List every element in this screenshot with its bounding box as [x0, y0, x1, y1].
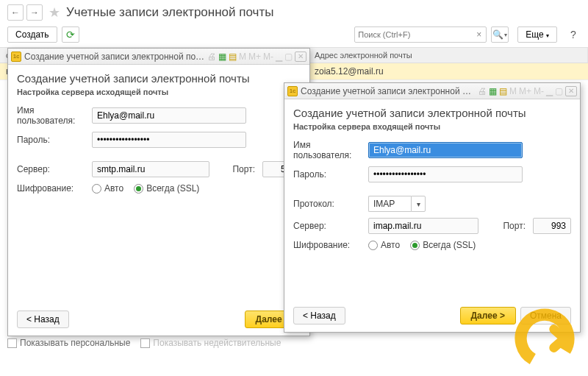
grid-icon[interactable]: ▤: [499, 86, 507, 96]
encryption-auto-radio[interactable]: Авто: [368, 240, 400, 250]
username-label: Имя пользователя:: [17, 105, 92, 126]
calc-m-icon[interactable]: M: [509, 86, 517, 96]
show-inactive-checkbox[interactable]: Показывать недействительные: [140, 338, 281, 348]
search-box[interactable]: ×: [354, 26, 487, 43]
password-input[interactable]: [92, 132, 246, 148]
radio-checked-icon: [134, 184, 143, 194]
grid-icon[interactable]: ▤: [229, 52, 237, 62]
username-input[interactable]: [92, 107, 246, 124]
favorite-star-icon[interactable]: ★: [49, 4, 60, 21]
dialog-outgoing-server: 1c Создание учетной записи электронной п…: [7, 48, 310, 336]
password-label: Пароль:: [17, 135, 92, 145]
dialog-title: Создание учетной записи электронной поч.…: [24, 52, 204, 62]
cell-email: zoia5.12@mail.ru: [309, 63, 588, 79]
search-icon: 🔍: [492, 29, 503, 40]
next-button[interactable]: Далее >: [460, 307, 516, 324]
encryption-label: Шифрование:: [17, 183, 92, 194]
refresh-icon: ⟳: [66, 29, 75, 40]
port-label: Порт:: [503, 221, 526, 231]
server-label: Сервер:: [293, 221, 368, 231]
more-button[interactable]: Еще ▾: [517, 26, 557, 43]
search-clear-icon[interactable]: ×: [475, 29, 483, 40]
search-action-button[interactable]: 🔍▾: [491, 26, 509, 43]
dialog-heading: Создание учетной записи электронной почт…: [17, 72, 301, 85]
dialog-titlebar[interactable]: 1c Создание учетной записи электронной п…: [8, 49, 309, 65]
calc-mminus-icon[interactable]: M-: [534, 86, 544, 96]
encryption-ssl-radio[interactable]: Всегда (SSL): [410, 240, 476, 250]
password-label: Пароль:: [293, 169, 368, 180]
server-label: Сервер:: [17, 164, 92, 174]
protocol-select[interactable]: IMAP ▾: [368, 196, 426, 212]
calc-m-icon[interactable]: M: [239, 52, 246, 62]
encryption-label: Шифрование:: [293, 240, 368, 250]
username-input[interactable]: [368, 142, 523, 158]
nav-forward-button[interactable]: →: [26, 4, 43, 21]
server-input[interactable]: [92, 161, 209, 177]
port-label: Порт:: [232, 164, 255, 174]
dialog-subheading: Настройка сервера входящей почты: [293, 122, 571, 131]
print-icon[interactable]: 🖨: [478, 86, 487, 96]
calc-mplus-icon[interactable]: M+: [519, 86, 531, 96]
maximize-icon[interactable]: ▢: [284, 52, 293, 62]
checkbox-icon: [140, 338, 150, 348]
back-button[interactable]: < Назад: [293, 307, 345, 324]
server-input[interactable]: [368, 218, 478, 234]
bottom-bar: Показывать персональные Показывать недей…: [7, 338, 581, 348]
app-1c-icon: 1c: [287, 86, 298, 96]
titlebar: ← → ★ Учетные записи электронной почты: [0, 0, 588, 24]
create-button[interactable]: Создать: [7, 26, 57, 43]
print-icon[interactable]: 🖨: [207, 52, 216, 62]
chevron-down-icon: ▾: [546, 32, 549, 39]
back-button[interactable]: < Назад: [17, 311, 69, 328]
radio-checked-icon: [410, 241, 420, 250]
radio-icon: [92, 184, 101, 194]
show-personal-checkbox[interactable]: Показывать персональные: [7, 338, 130, 348]
app-1c-icon: 1c: [11, 52, 21, 62]
username-label: Имя пользователя:: [293, 140, 368, 160]
col-email[interactable]: Адрес электронной почты: [309, 48, 588, 63]
watermark-icon: [512, 305, 578, 372]
calc-mminus-icon[interactable]: M-: [263, 52, 273, 62]
checkbox-icon: [7, 338, 17, 348]
help-button[interactable]: ?: [566, 29, 581, 40]
password-input[interactable]: [368, 166, 523, 182]
maximize-icon[interactable]: ▢: [555, 86, 563, 96]
dialog-titlebar[interactable]: 1c Создание учетной записи электронной п…: [284, 83, 580, 99]
calendar-icon[interactable]: ▦: [218, 52, 226, 62]
dialog-heading: Создание учетной записи электронной почт…: [293, 107, 571, 119]
dialog-incoming-server: 1c Создание учетной записи электронной п…: [284, 82, 581, 333]
calendar-icon[interactable]: ▦: [489, 86, 497, 96]
minimize-icon[interactable]: ▁: [546, 86, 553, 96]
nav-back-button[interactable]: ←: [7, 4, 24, 21]
search-input[interactable]: [358, 30, 475, 39]
protocol-label: Протокол:: [293, 199, 368, 209]
refresh-button[interactable]: ⟳: [62, 26, 79, 43]
encryption-auto-radio[interactable]: Авто: [92, 183, 123, 194]
protocol-value: IMAP: [368, 196, 411, 212]
chevron-down-icon: ▾: [504, 32, 507, 38]
arrow-right-icon: →: [30, 7, 39, 18]
chevron-down-icon[interactable]: ▾: [411, 196, 426, 212]
toolbar: Создать ⟳ × 🔍▾ Еще ▾ ?: [0, 24, 588, 48]
dialog-title: Создание учетной записи электронной поч.…: [301, 86, 475, 96]
close-icon[interactable]: ✕: [565, 86, 577, 96]
minimize-icon[interactable]: ▁: [276, 52, 282, 62]
page-title: Учетные записи электронной почты: [66, 5, 273, 20]
port-input[interactable]: [533, 218, 571, 234]
arrow-left-icon: ←: [11, 7, 20, 18]
encryption-ssl-radio[interactable]: Всегда (SSL): [134, 183, 199, 194]
dialog-subheading: Настройка сервера исходящей почты: [17, 88, 301, 96]
radio-icon: [368, 241, 378, 250]
close-icon[interactable]: ✕: [295, 52, 306, 62]
calc-mplus-icon[interactable]: M+: [248, 52, 261, 62]
